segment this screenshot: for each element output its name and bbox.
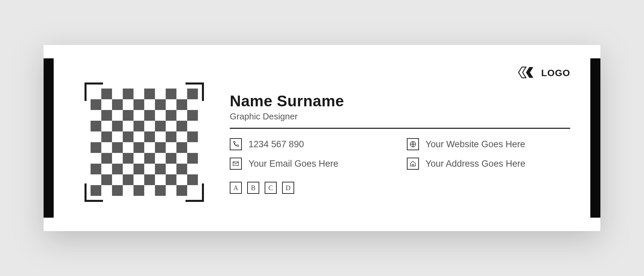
contact-grid: 1234 567 890 Your Website Goes Here Your… bbox=[230, 138, 570, 170]
address-text: Your Address Goes Here bbox=[426, 159, 526, 169]
home-icon bbox=[407, 158, 419, 170]
svg-marker-0 bbox=[519, 67, 526, 78]
photo-placeholder bbox=[91, 89, 198, 196]
social-box[interactable]: A bbox=[230, 182, 242, 194]
logo: LOGO bbox=[516, 66, 570, 80]
frame-corner bbox=[185, 183, 204, 202]
social-box[interactable]: D bbox=[282, 182, 294, 194]
email-text: Your Email Goes Here bbox=[249, 159, 338, 169]
phone-row: 1234 567 890 bbox=[230, 138, 393, 150]
divider-line bbox=[230, 128, 570, 129]
frame-corner bbox=[85, 183, 103, 202]
email-row: Your Email Goes Here bbox=[230, 158, 393, 170]
logo-icon bbox=[516, 66, 537, 80]
job-title: Graphic Designer bbox=[230, 111, 570, 122]
checker-pattern bbox=[91, 89, 198, 196]
website-row: Your Website Goes Here bbox=[407, 138, 571, 150]
phone-text: 1234 567 890 bbox=[249, 139, 304, 150]
globe-icon bbox=[407, 138, 419, 150]
website-text: Your Website Goes Here bbox=[426, 139, 525, 150]
content-block: Name Surname Graphic Designer 1234 567 8… bbox=[230, 92, 570, 194]
accent-bar-right bbox=[590, 58, 600, 218]
frame-corner bbox=[85, 82, 103, 101]
person-name: Name Surname bbox=[230, 92, 570, 110]
social-row: A B C D bbox=[230, 182, 570, 194]
svg-marker-1 bbox=[526, 67, 533, 78]
social-box[interactable]: C bbox=[265, 182, 277, 194]
mail-icon bbox=[230, 158, 242, 170]
social-box[interactable]: B bbox=[247, 182, 259, 194]
signature-card: LOGO Name Surname Graphic Designer 1234 … bbox=[44, 45, 600, 231]
accent-bar-left bbox=[44, 58, 54, 218]
phone-icon bbox=[230, 138, 242, 150]
logo-text: LOGO bbox=[541, 68, 570, 78]
address-row: Your Address Goes Here bbox=[407, 158, 571, 170]
card-surface: LOGO Name Surname Graphic Designer 1234 … bbox=[44, 45, 600, 231]
frame-corner bbox=[185, 82, 204, 101]
